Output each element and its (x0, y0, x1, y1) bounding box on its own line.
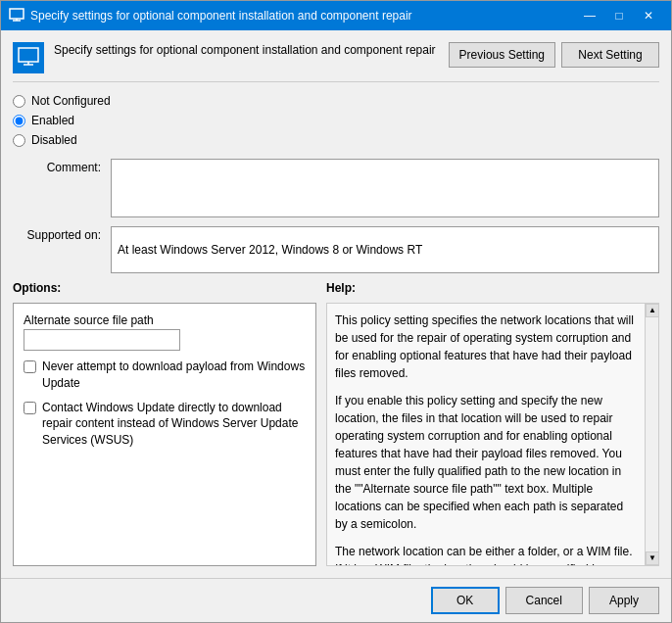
scroll-down-arrow[interactable]: ▼ (646, 551, 659, 565)
help-text-content: This policy setting specifies the networ… (335, 312, 650, 566)
close-button[interactable]: ✕ (634, 1, 663, 30)
help-section: Help: This policy setting specifies the … (326, 281, 659, 566)
comment-label: Comment: (13, 159, 101, 174)
ok-button[interactable]: OK (431, 587, 500, 614)
disabled-label: Disabled (31, 133, 77, 147)
window-title: Specify settings for optional component … (30, 9, 575, 23)
supported-label: Supported on: (13, 226, 101, 242)
maximize-button[interactable]: □ (604, 1, 634, 30)
help-title: Help: (326, 281, 659, 295)
enabled-radio[interactable] (13, 115, 25, 127)
header-description: Specify settings for optional component … (54, 42, 439, 59)
supported-area: At least Windows Server 2012, Windows 8 … (111, 226, 659, 273)
enabled-label: Enabled (31, 114, 74, 127)
svg-rect-3 (19, 48, 38, 62)
header-icon (13, 42, 44, 73)
radio-not-configured[interactable]: Not Configured (13, 94, 659, 108)
options-title: Options: (13, 281, 316, 295)
help-scrollbar[interactable]: ▲ ▼ (645, 304, 658, 565)
options-field-group: Alternate source file path (24, 313, 306, 351)
previous-setting-button[interactable]: Previous Setting (449, 42, 555, 68)
comment-textarea[interactable] (111, 159, 659, 217)
not-configured-label: Not Configured (31, 94, 111, 108)
help-box: This policy setting specifies the networ… (326, 303, 659, 566)
help-para-2: If you enable this policy setting and sp… (335, 392, 635, 533)
contact-windows-update-checkbox[interactable] (24, 402, 36, 414)
cancel-button[interactable]: Cancel (505, 587, 583, 614)
next-setting-button[interactable]: Next Setting (561, 42, 659, 68)
alt-source-input[interactable] (24, 329, 180, 351)
help-para-1: This policy setting specifies the networ… (335, 312, 635, 382)
scroll-track (646, 317, 658, 551)
never-download-label: Never attempt to download payload from W… (42, 359, 306, 392)
supported-value: At least Windows Server 2012, Windows 8 … (111, 226, 659, 273)
options-box: Alternate source file path Never attempt… (13, 303, 316, 566)
checkbox2-row[interactable]: Contact Windows Update directly to downl… (24, 400, 306, 449)
title-bar: Specify settings for optional component … (1, 1, 671, 30)
comment-row: Comment: (13, 159, 659, 220)
radio-disabled[interactable]: Disabled (13, 133, 659, 147)
header-section: Specify settings for optional component … (13, 42, 659, 82)
main-window: Specify settings for optional component … (0, 0, 672, 623)
content-area: Specify settings for optional component … (1, 30, 671, 578)
checkbox1-row[interactable]: Never attempt to download payload from W… (24, 359, 306, 392)
fields-section: Comment: Supported on: At least Windows … (13, 159, 659, 273)
disabled-radio[interactable] (13, 134, 25, 147)
sections-row: Options: Alternate source file path Neve… (13, 281, 659, 566)
comment-area (111, 159, 659, 220)
svg-rect-0 (10, 9, 24, 19)
window-icon (9, 8, 24, 24)
alt-source-label: Alternate source file path (24, 313, 306, 327)
footer: OK Cancel Apply (1, 578, 671, 622)
contact-windows-update-label: Contact Windows Update directly to downl… (42, 400, 306, 449)
apply-button[interactable]: Apply (589, 587, 659, 614)
options-section: Options: Alternate source file path Neve… (13, 281, 316, 566)
radio-section: Not Configured Enabled Disabled (13, 90, 659, 151)
nav-buttons: Previous Setting Next Setting (449, 42, 659, 68)
minimize-button[interactable]: — (575, 1, 604, 30)
not-configured-radio[interactable] (13, 95, 25, 108)
scroll-up-arrow[interactable]: ▲ (646, 304, 659, 317)
never-download-checkbox[interactable] (24, 360, 36, 373)
window-controls: — □ ✕ (575, 1, 663, 30)
help-para-3: The network location can be either a fol… (335, 543, 635, 566)
supported-row: Supported on: At least Windows Server 20… (13, 226, 659, 273)
radio-enabled[interactable]: Enabled (13, 114, 659, 127)
